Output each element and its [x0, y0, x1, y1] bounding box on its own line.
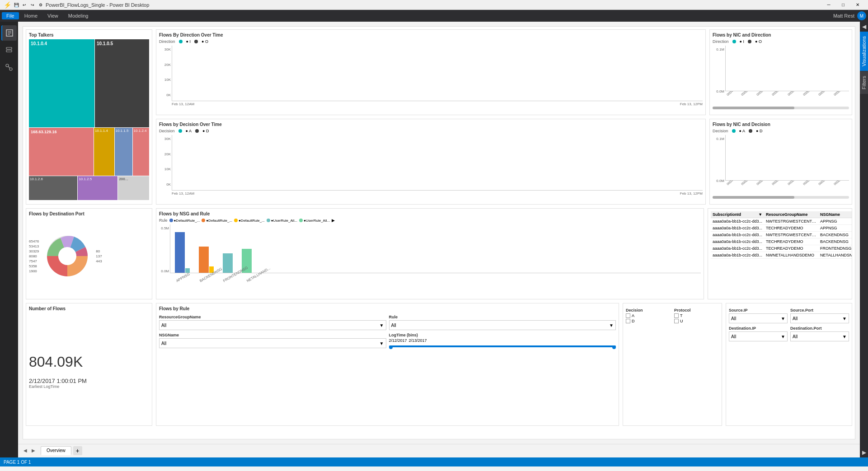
collapse-right-button[interactable]: ◀ — [860, 22, 868, 32]
direction-y-axis: 30K 20K 10K 0K — [159, 46, 172, 106]
nic-dec-scrollbar[interactable] — [713, 196, 849, 199]
slider-thumb-right[interactable] — [612, 345, 616, 349]
table-row[interactable]: aaaa0a0a-bb1b-cc2c-dd3... NWNETALLHANDSD… — [711, 252, 852, 259]
table-row[interactable]: aaaa0a0a-bb1b-cc2c-dd3... TECHREADYDEMO … — [711, 238, 852, 245]
nsg-x-appnsg: APPNSG — [175, 272, 190, 283]
slider-thumb-left[interactable] — [389, 345, 393, 349]
port-7547: 7547 — [29, 259, 39, 263]
nav-prev[interactable]: ◀ — [22, 447, 29, 454]
treemap-tile-9[interactable]: 200... — [118, 176, 149, 200]
slider-track[interactable] — [389, 345, 616, 347]
protocol-t-checkbox[interactable]: T — [674, 313, 719, 318]
col-subscription[interactable]: SubscriptionId ▼ — [711, 211, 764, 218]
sidebar-report-icon[interactable] — [1, 25, 17, 41]
decision-legend-a-dot — [178, 129, 182, 133]
maximize-button[interactable]: □ — [836, 0, 850, 10]
nic-dir-i-dot — [732, 40, 736, 43]
svg-point-10 — [58, 247, 76, 265]
collapse-left-button[interactable]: ▶ — [860, 448, 868, 457]
treemap-tile-6[interactable]: 10.1.2.4 — [133, 128, 149, 176]
sidebar-data-icon[interactable] — [1, 42, 17, 58]
menu-modeling[interactable]: Modeling — [64, 12, 93, 19]
treemap-label-2: 10.1.0.5 — [97, 41, 113, 46]
page-tab-overview[interactable]: Overview — [41, 446, 71, 455]
nic-dir-o: ● O — [755, 39, 762, 44]
nic-dec-x-8: 000D3A... — [833, 181, 846, 186]
table-row[interactable]: aaaa0a0a-bb1b-cc2c-dd3... TECHREADYDEMO … — [711, 245, 852, 252]
nsg-y-axis: 0.5M 0.0M — [159, 224, 170, 287]
source-port-select[interactable]: All ▼ — [790, 313, 849, 323]
nic-dec-x-4: 000D3A... — [771, 181, 784, 186]
col-rg[interactable]: ResourceGroupName — [764, 211, 818, 218]
direction-bars — [172, 46, 703, 101]
nsg-rule-legend: Rule ●DefaultRule_... ●DefaultRule_... ●… — [159, 218, 701, 223]
protocol-u-checkbox[interactable]: U — [674, 319, 719, 323]
menu-home[interactable]: Home — [20, 12, 42, 19]
flows-decision-legend: Decision ● A ● D — [159, 129, 703, 133]
nic-direction-panel: Flows by NIC and Direction Direction ● I… — [709, 29, 852, 115]
rg-3: NWTESTRGWESTCENTRALUS — [764, 232, 818, 238]
page-indicator: PAGE 1 OF 1 — [4, 460, 31, 465]
treemap-tile-1[interactable]: 10.1.0.4 — [29, 39, 94, 127]
dest-ip-select[interactable]: All ▼ — [729, 331, 788, 341]
nic-dec-bars — [725, 135, 849, 181]
port-1900: 1900 — [29, 269, 39, 273]
add-page-tab-button[interactable]: + — [73, 446, 82, 455]
flows-direction-title: Flows By Direction Over Time — [159, 33, 703, 37]
table-row[interactable]: aaaa0a0a-bb1b-cc2c-dd3... NWTESTRGWESTCE… — [711, 232, 852, 238]
logtime-slider[interactable] — [389, 345, 616, 347]
rg-filter-select[interactable]: All ▼ — [159, 320, 386, 330]
decision-protocol-panel: Decision A D — [623, 303, 722, 426]
nic-x-4: 000D3A... — [771, 91, 784, 96]
nsg-rule-rule-label: Rule — [159, 218, 168, 223]
tab-visualizations[interactable]: Visualizations — [860, 32, 868, 71]
decision-a-checkbox[interactable]: A — [626, 313, 671, 318]
decision-y-axis: 30K 20K 10K 0K — [159, 135, 172, 196]
nic-dir-y-axis: 0.1M 0.0M — [713, 46, 725, 105]
treemap-tile-8[interactable]: 10.1.2.5 — [78, 176, 117, 200]
save-icon[interactable]: 💾 — [13, 2, 19, 8]
treemap-tile-3[interactable]: 168.63.129.16 — [29, 128, 94, 176]
dest-port-select[interactable]: All ▼ — [790, 331, 849, 341]
direction-legend-i-dot — [179, 40, 183, 43]
window-title: PowerBI_FlowLogs_Single - Power BI Deskt… — [46, 2, 149, 8]
table-row[interactable]: aaaa0a0a-bb1b-cc2c-dd3... TECHREADYDEMO … — [711, 225, 852, 232]
treemap-tile-4[interactable]: 10.1.1.4 — [94, 128, 114, 176]
undo-icon[interactable]: ↩ — [21, 2, 28, 8]
nic-x-6: 000D3A... — [802, 91, 815, 96]
nic-dec-y-axis: 0.1M 0.0M — [713, 135, 725, 194]
close-button[interactable]: ✕ — [851, 0, 864, 10]
direction-x-labels: Feb 13, 12AM Feb 13, 12PM — [172, 102, 703, 106]
table-row[interactable]: aaaa0a0a-bb1b-cc2c-dd3... NWTESTRGWESTCE… — [711, 218, 852, 225]
flows-date-label: Earliest LogTime — [29, 384, 149, 389]
filter-resourcegroup: ResourceGroupName All ▼ — [159, 315, 386, 330]
sidebar-relationships-icon[interactable] — [1, 60, 17, 75]
treemap-tile-5[interactable]: 10.1.1.5 — [115, 128, 132, 176]
treemap-tile-7[interactable]: 10.1.2.6 — [29, 176, 77, 200]
status-icon: ⚙ — [38, 2, 44, 8]
decision-d-checkbox[interactable]: D — [626, 319, 671, 323]
tab-filters[interactable]: Filters — [860, 71, 868, 94]
minimize-button[interactable]: ─ — [822, 0, 835, 10]
menu-view[interactable]: View — [43, 12, 63, 19]
treemap-tile-2[interactable]: 10.1.0.5 — [95, 39, 149, 127]
ip-port-grid: Source.IP All ▼ Source.Port All ▼ — [729, 306, 849, 343]
rule-filter-select[interactable]: All ▼ — [389, 320, 616, 330]
nic-dir-scrollbar[interactable] — [713, 107, 849, 109]
top-talkers-title: Top Talkers — [29, 33, 149, 37]
page-tab-label: Overview — [47, 448, 66, 453]
nsg-legend-more[interactable]: ▶ — [332, 218, 335, 223]
nav-next[interactable]: ▶ — [30, 447, 37, 454]
redo-icon[interactable]: ↪ — [29, 2, 36, 8]
y-10k: 10K — [164, 78, 171, 82]
treemap-container[interactable]: 10.1.0.4 10.1.0.5 168.63.129.16 — [29, 39, 149, 199]
menu-file[interactable]: File — [2, 12, 19, 19]
nsgname-filter-select[interactable]: All ▼ — [159, 338, 386, 348]
treemap-label-4: 10.1.1.4 — [95, 129, 108, 133]
source-ip-select[interactable]: All ▼ — [729, 313, 788, 323]
nsg-x-backendnsg: BACKENDNSG — [199, 272, 213, 283]
col-nsg[interactable]: NSGName — [818, 211, 852, 218]
pie-container: 65476 53413 30329 8080 7547 5358 1900 — [29, 218, 149, 294]
filter-nsgname: NSGName All ▼ — [159, 333, 386, 348]
nsg-x-labels: APPNSG BACKENDNSG FRONTENDNSG NETALLHAND… — [170, 273, 701, 280]
